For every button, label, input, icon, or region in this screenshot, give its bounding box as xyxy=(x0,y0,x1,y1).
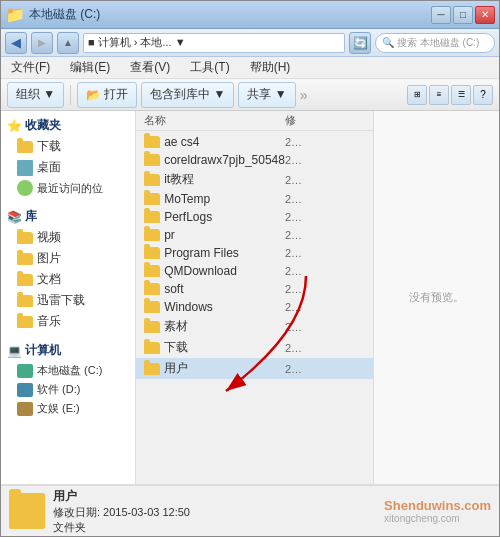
file-list: ae cs42…coreldrawx7pjb_505482…it教程2…MoTe… xyxy=(136,131,373,484)
menu-view[interactable]: 查看(V) xyxy=(126,57,174,78)
sidebar-item-recent[interactable]: 最近访问的位 xyxy=(1,178,135,198)
file-item[interactable]: MoTemp2… xyxy=(136,190,373,208)
sidebar-item-xunlei[interactable]: 迅雷下载 xyxy=(1,290,135,311)
search-box[interactable]: 🔍 搜索 本地磁盘 (C:) xyxy=(375,33,495,53)
sidebar-header-computer[interactable]: 💻 计算机 xyxy=(1,340,135,361)
file-item[interactable]: ae cs42… xyxy=(136,133,373,151)
file-item[interactable]: pr2… xyxy=(136,226,373,244)
desktop-label: 桌面 xyxy=(37,159,61,176)
music-label: 音乐 xyxy=(37,313,61,330)
downloads-label: 下载 xyxy=(37,138,61,155)
folder-icon xyxy=(144,229,160,241)
menu-bar: 文件(F) 编辑(E) 查看(V) 工具(T) 帮助(H) xyxy=(1,57,499,79)
file-item[interactable]: Program Files2… xyxy=(136,244,373,262)
toolbar-sep1 xyxy=(70,85,71,105)
sidebar-item-drive-c[interactable]: 本地磁盘 (C:) xyxy=(1,361,135,380)
file-date: 2… xyxy=(285,193,365,205)
file-item[interactable]: QMDownload2… xyxy=(136,262,373,280)
forward-button[interactable]: ▶ xyxy=(31,32,53,54)
menu-help[interactable]: 帮助(H) xyxy=(246,57,295,78)
file-name: ae cs4 xyxy=(164,135,285,149)
title-bar-left: 📁 本地磁盘 (C:) xyxy=(5,5,100,24)
help-button[interactable]: ? xyxy=(473,85,493,105)
minimize-button[interactable]: ─ xyxy=(431,6,451,24)
sidebar-item-video[interactable]: 视频 xyxy=(1,227,135,248)
view-btn-list[interactable]: ≡ xyxy=(429,85,449,105)
file-item[interactable]: Windows2… xyxy=(136,298,373,316)
status-text: 用户 修改日期: 2015-03-03 12:50 文件夹 xyxy=(53,488,190,535)
file-date: 2… xyxy=(285,174,365,186)
share-button[interactable]: 共享 ▼ xyxy=(238,82,295,108)
more-button[interactable]: » xyxy=(300,87,308,103)
title-bar-controls: ─ □ ✕ xyxy=(431,6,495,24)
xunlei-label: 迅雷下载 xyxy=(37,292,85,309)
maximize-button[interactable]: □ xyxy=(453,6,473,24)
sidebar-item-picture[interactable]: 图片 xyxy=(1,248,135,269)
status-filename: 用户 xyxy=(53,488,190,505)
file-name: 下载 xyxy=(164,339,285,356)
file-name: Windows xyxy=(164,300,285,314)
folder-icon xyxy=(144,283,160,295)
include-library-button[interactable]: 包含到库中 ▼ xyxy=(141,82,234,108)
open-button[interactable]: 📂 打开 xyxy=(77,82,137,108)
sidebar-item-desktop[interactable]: 桌面 xyxy=(1,157,135,178)
share-label: 共享 ▼ xyxy=(247,86,286,103)
file-date: 2… xyxy=(285,321,365,333)
window-title: 本地磁盘 (C:) xyxy=(29,6,100,23)
back-button[interactable]: ◀ xyxy=(5,32,27,54)
file-item[interactable]: it教程2… xyxy=(136,169,373,190)
file-item[interactable]: 素材2… xyxy=(136,316,373,337)
up-button[interactable]: ▲ xyxy=(57,32,79,54)
file-date: 2… xyxy=(285,211,365,223)
sidebar-item-drive-e[interactable]: 文娱 (E:) xyxy=(1,399,135,418)
organize-button[interactable]: 组织 ▼ xyxy=(7,82,64,108)
folder-icon xyxy=(144,247,160,259)
folder-icon xyxy=(144,211,160,223)
file-list-scroll-area: ae cs42…coreldrawx7pjb_505482…it教程2…MoTe… xyxy=(136,131,373,484)
sidebar-header-library[interactable]: 📚 库 xyxy=(1,206,135,227)
favorites-label: 收藏夹 xyxy=(25,117,61,134)
file-date: 2… xyxy=(285,229,365,241)
toolbar: 组织 ▼ 📂 打开 包含到库中 ▼ 共享 ▼ » ⊞ ≡ ☰ ? xyxy=(1,79,499,111)
close-button[interactable]: ✕ xyxy=(475,6,495,24)
col-modified-header: 修 xyxy=(285,113,365,128)
sidebar-item-drive-d[interactable]: 软件 (D:) xyxy=(1,380,135,399)
star-icon: ⭐ xyxy=(7,119,22,133)
file-date: 2… xyxy=(285,342,365,354)
file-date: 2… xyxy=(285,136,365,148)
refresh-button[interactable]: 🔄 xyxy=(349,32,371,54)
address-path[interactable]: ■ 计算机 › 本地... ▼ xyxy=(83,33,345,53)
file-name: coreldrawx7pjb_50548 xyxy=(164,153,285,167)
view-btn-detail[interactable]: ☰ xyxy=(451,85,471,105)
folder-icon xyxy=(144,174,160,186)
file-item[interactable]: coreldrawx7pjb_505482… xyxy=(136,151,373,169)
file-date: 2… xyxy=(285,265,365,277)
file-date: 2… xyxy=(285,363,365,375)
file-item[interactable]: 用户2… xyxy=(136,358,373,379)
menu-file[interactable]: 文件(F) xyxy=(7,57,54,78)
watermark-text: Shenduwins.com xitongcheng.com xyxy=(384,498,491,524)
file-date: 2… xyxy=(285,154,365,166)
no-preview-text: 没有预览。 xyxy=(409,290,464,305)
sidebar-item-downloads[interactable]: 下载 xyxy=(1,136,135,157)
col-name-header[interactable]: 名称 xyxy=(144,113,285,128)
menu-tools[interactable]: 工具(T) xyxy=(186,57,233,78)
sidebar: ⭐ 收藏夹 下载 桌面 最近访问的位 📚 xyxy=(1,111,136,484)
file-item[interactable]: PerfLogs2… xyxy=(136,208,373,226)
file-name: QMDownload xyxy=(164,264,285,278)
status-detail2: 文件夹 xyxy=(53,520,190,535)
folder-icon xyxy=(144,342,160,354)
folder-icon xyxy=(144,301,160,313)
drive-e-label: 文娱 (E:) xyxy=(37,401,80,416)
computer-label: 计算机 xyxy=(25,342,61,359)
sidebar-header-favorites[interactable]: ⭐ 收藏夹 xyxy=(1,115,135,136)
sidebar-item-music[interactable]: 音乐 xyxy=(1,311,135,332)
preview-panel: 没有预览。 xyxy=(373,111,499,484)
menu-edit[interactable]: 编辑(E) xyxy=(66,57,114,78)
sidebar-item-document[interactable]: 文档 xyxy=(1,269,135,290)
file-item[interactable]: 下载2… xyxy=(136,337,373,358)
sidebar-section-favorites: ⭐ 收藏夹 下载 桌面 最近访问的位 xyxy=(1,115,135,198)
view-btn-grid[interactable]: ⊞ xyxy=(407,85,427,105)
file-name: it教程 xyxy=(164,171,285,188)
file-item[interactable]: soft2… xyxy=(136,280,373,298)
